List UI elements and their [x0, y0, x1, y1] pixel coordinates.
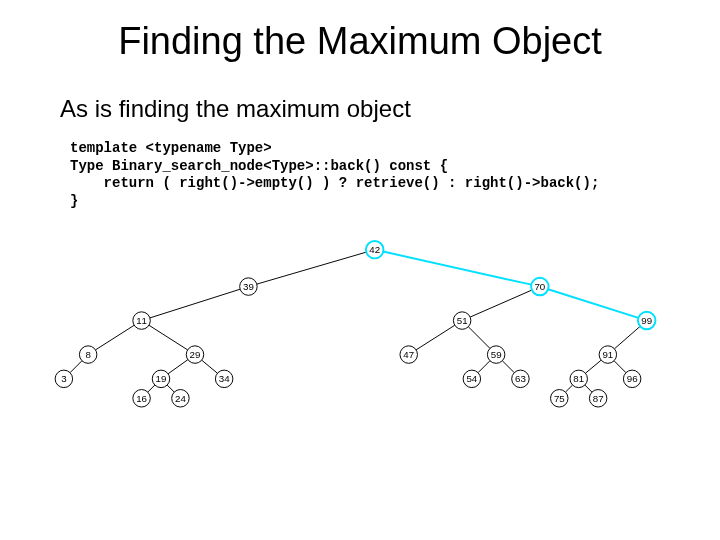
tree-edge: [167, 385, 174, 392]
tree-edge: [585, 360, 601, 373]
tree-edge: [150, 289, 240, 318]
svg-text:8: 8: [85, 349, 90, 360]
tree-node-29: 29: [186, 346, 203, 363]
slide: Finding the Maximum Object As is finding…: [0, 0, 720, 540]
code-block: template <typename Type> Type Binary_sea…: [70, 140, 599, 210]
tree-node-34: 34: [215, 370, 232, 387]
tree-edge: [565, 385, 572, 392]
bst-diagram: 4239118329191624347051475954639991817587…: [45, 238, 685, 408]
svg-text:3: 3: [61, 373, 66, 384]
svg-text:29: 29: [190, 349, 201, 360]
tree-edge: [149, 325, 188, 350]
svg-text:63: 63: [515, 373, 526, 384]
subtitle: As is finding the maximum object: [60, 95, 411, 123]
svg-text:59: 59: [491, 349, 502, 360]
tree-node-51: 51: [453, 312, 470, 329]
tree-edge: [614, 361, 626, 373]
tree-node-3: 3: [55, 370, 72, 387]
tree-node-11: 11: [133, 312, 150, 329]
tree-node-99: 99: [638, 312, 655, 329]
svg-text:54: 54: [466, 373, 477, 384]
svg-text:87: 87: [593, 393, 604, 404]
tree-edge: [202, 360, 218, 373]
svg-text:75: 75: [554, 393, 565, 404]
tree-edge: [468, 327, 490, 349]
tree-edge: [614, 326, 640, 348]
tree-edge: [383, 252, 531, 285]
tree-node-47: 47: [400, 346, 417, 363]
tree-node-16: 16: [133, 390, 150, 407]
tree-edge: [70, 361, 82, 373]
tree-edge: [416, 325, 455, 350]
tree-node-63: 63: [512, 370, 529, 387]
bst-svg: 4239118329191624347051475954639991817587…: [45, 238, 685, 408]
tree-node-39: 39: [240, 278, 257, 295]
tree-node-75: 75: [551, 390, 568, 407]
svg-text:24: 24: [175, 393, 186, 404]
code-line: }: [70, 193, 78, 209]
tree-node-70: 70: [531, 278, 548, 295]
tree-node-24: 24: [172, 390, 189, 407]
tree-node-96: 96: [623, 370, 640, 387]
svg-text:51: 51: [457, 315, 468, 326]
tree-edge: [96, 325, 135, 350]
svg-text:11: 11: [136, 315, 147, 326]
tree-node-8: 8: [79, 346, 96, 363]
svg-text:19: 19: [156, 373, 167, 384]
svg-text:70: 70: [534, 281, 545, 292]
tree-node-87: 87: [589, 390, 606, 407]
tree-edge: [470, 290, 532, 317]
svg-text:91: 91: [602, 349, 613, 360]
code-line: return ( right()->empty() ) ? retrieve()…: [70, 175, 599, 191]
tree-edge: [257, 252, 367, 284]
svg-text:96: 96: [627, 373, 638, 384]
tree-edge: [585, 385, 592, 392]
page-title: Finding the Maximum Object: [0, 20, 720, 63]
svg-text:42: 42: [369, 244, 380, 255]
code-line: Type Binary_search_node<Type>::back() co…: [70, 158, 448, 174]
tree-node-19: 19: [152, 370, 169, 387]
tree-edge: [168, 360, 188, 374]
tree-edge: [148, 385, 155, 392]
tree-edge: [502, 361, 514, 373]
svg-text:16: 16: [136, 393, 147, 404]
code-line: template <typename Type>: [70, 140, 272, 156]
svg-text:34: 34: [219, 373, 230, 384]
tree-node-81: 81: [570, 370, 587, 387]
tree-node-91: 91: [599, 346, 616, 363]
tree-edge: [478, 361, 490, 373]
svg-text:99: 99: [641, 315, 652, 326]
tree-edge: [548, 289, 638, 318]
tree-node-59: 59: [487, 346, 504, 363]
svg-text:81: 81: [573, 373, 584, 384]
tree-node-42: 42: [366, 241, 383, 258]
svg-text:47: 47: [403, 349, 414, 360]
svg-text:39: 39: [243, 281, 254, 292]
tree-node-54: 54: [463, 370, 480, 387]
